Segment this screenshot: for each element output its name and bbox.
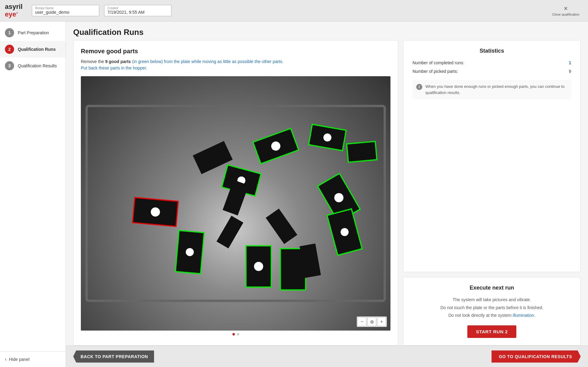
back-to-part-preparation-button[interactable]: BACK TO PART PREPARATION <box>73 350 154 363</box>
execute-panel: Execute next run The system will take pi… <box>403 277 581 346</box>
completed-runs-label: Number of completed runs: <box>413 60 464 65</box>
completed-runs-row: Number of completed runs: 1 <box>413 60 571 65</box>
desc-green-text: (in green below) from the plate while mo… <box>132 59 283 64</box>
picked-parts-row: Number of picked parts: 9 <box>413 69 571 74</box>
content-header: Qualification Runs <box>66 21 588 40</box>
left-panel: Remove good parts Remove the 9 good part… <box>73 40 398 346</box>
zoom-in-button[interactable]: + <box>377 317 386 326</box>
hide-panel-icon: ‹ <box>5 357 6 362</box>
sidebar-item-part-preparation[interactable]: 1 Part Preparation <box>0 24 66 41</box>
picked-parts-label: Number of picked parts: <box>413 69 458 74</box>
zoom-fit-button[interactable]: ⊕ <box>368 317 376 326</box>
created-value: 7/19/2021, 9:55 AM <box>107 10 168 15</box>
svg-rect-5 <box>347 141 377 162</box>
statistics-panel: Statistics Number of completed runs: 1 N… <box>403 40 581 272</box>
sidebar-item-qualification-results[interactable]: 3 Qualification Results <box>0 58 66 74</box>
exec-line-3-suffix: . <box>534 313 535 318</box>
exec-line-3-prefix: Do not look directly at the system <box>448 313 513 318</box>
step-2-circle: 2 <box>5 45 14 54</box>
logo-text: asyrileye+ <box>5 3 23 18</box>
desc-hopper-text: Put back these parts in the hopper. <box>81 66 147 70</box>
svg-point-15 <box>254 262 263 271</box>
step-3-circle: 3 <box>5 61 14 70</box>
page-title: Qualification Runs <box>73 28 581 37</box>
dot-indicators <box>81 331 390 338</box>
sidebar-item-label-3: Qualification Results <box>18 63 57 68</box>
svg-rect-21 <box>266 208 297 244</box>
footer: BACK TO PART PREPARATION GO TO QUALIFICA… <box>66 346 588 367</box>
hide-panel-label: Hide panel <box>9 357 29 362</box>
parts-image-container: − ⊕ + <box>81 76 390 331</box>
sidebar-item-qualification-runs[interactable]: 2 Qualification Runs <box>0 41 66 58</box>
completed-runs-value: 1 <box>569 60 571 65</box>
dot-indicator-1[interactable] <box>232 333 235 335</box>
zoom-out-button[interactable]: − <box>358 317 366 326</box>
dot-indicator-2[interactable] <box>237 333 239 335</box>
step-1-circle: 1 <box>5 28 14 37</box>
parts-svg <box>81 76 390 331</box>
close-icon: × <box>564 5 568 12</box>
info-text: When you have done enough runs or picked… <box>425 84 567 95</box>
highlight-9-good-parts: 9 good parts <box>105 59 131 64</box>
exec-line-2: Do not touch the plate or the parts befo… <box>440 305 543 310</box>
content-area: Qualification Runs Remove good parts Rem… <box>66 21 588 367</box>
svg-rect-23 <box>217 216 243 249</box>
sidebar: 1 Part Preparation 2 Qualification Runs … <box>0 21 66 367</box>
remove-description: Remove the 9 good parts (in green below)… <box>81 58 390 71</box>
statistics-title: Statistics <box>413 48 571 54</box>
created-label: Created <box>107 6 168 10</box>
sidebar-item-label-1: Part Preparation <box>18 30 49 35</box>
header-fields: Recipe Name user_guide_demo Created 7/19… <box>32 5 548 16</box>
picked-parts-value: 9 <box>569 69 571 74</box>
recipe-name-value: user_guide_demo <box>35 10 96 15</box>
exec-line-3-link: illumination <box>513 313 534 318</box>
logo: asyrileye+ <box>5 3 23 18</box>
remove-good-parts-title: Remove good parts <box>81 48 390 55</box>
zoom-controls: − ⊕ + <box>357 316 387 327</box>
sidebar-items: 1 Part Preparation 2 Qualification Runs … <box>0 21 66 351</box>
execute-description: The system will take pictures and vibrat… <box>413 296 571 319</box>
sidebar-item-label-2: Qualification Runs <box>18 47 56 52</box>
go-to-qualification-results-button[interactable]: GO TO QUALIFICATION RESULTS <box>492 350 581 363</box>
info-box: i When you have done enough runs or pick… <box>413 80 571 99</box>
hide-panel-button[interactable]: ‹ Hide panel <box>0 351 66 367</box>
recipe-name-label: Recipe Name <box>35 6 96 10</box>
close-label: Close qualification <box>552 13 579 16</box>
execute-title: Execute next run <box>413 285 571 291</box>
header: asyrileye+ Recipe Name user_guide_demo C… <box>0 0 588 21</box>
info-icon: i <box>416 84 422 90</box>
exec-line-1: The system will take pictures and vibrat… <box>453 297 531 302</box>
created-field: Created 7/19/2021, 9:55 AM <box>104 5 172 16</box>
main-layout: 1 Part Preparation 2 Qualification Runs … <box>0 21 588 367</box>
recipe-name-field: Recipe Name user_guide_demo <box>32 5 99 16</box>
right-panel: Statistics Number of completed runs: 1 N… <box>403 40 581 346</box>
start-run-button[interactable]: START RUN 2 <box>467 325 516 338</box>
close-qualification-button[interactable]: × Close qualification <box>548 4 583 17</box>
panels-row: Remove good parts Remove the 9 good part… <box>66 40 588 346</box>
